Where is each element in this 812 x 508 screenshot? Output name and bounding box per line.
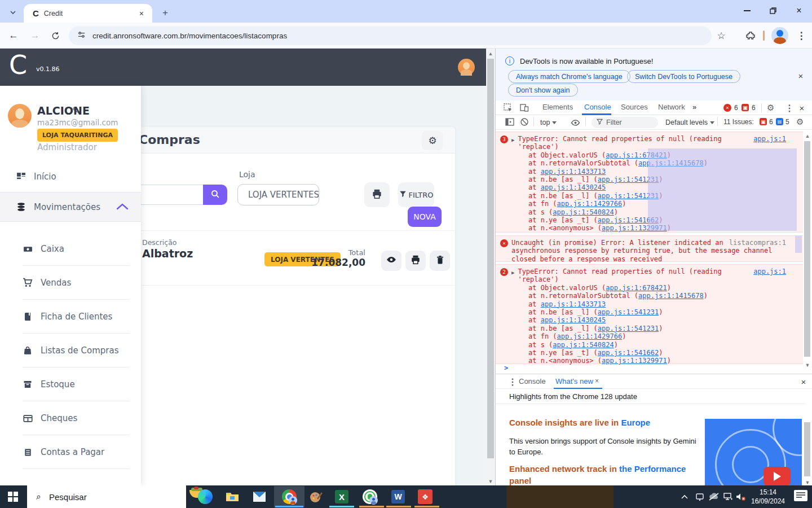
- page-settings-button[interactable]: ⚙: [422, 131, 443, 150]
- profile-avatar[interactable]: [771, 27, 788, 44]
- clear-console-icon[interactable]: [520, 117, 529, 129]
- inspect-element-icon[interactable]: [504, 103, 513, 115]
- new-tab-button[interactable]: +: [159, 7, 171, 19]
- reload-button[interactable]: [48, 29, 62, 42]
- expand-triangle-icon[interactable]: ▶: [511, 269, 514, 277]
- sidebar-item-listas-de-compras[interactable]: Listas de Compras: [23, 341, 135, 360]
- taskbar-redapp-icon[interactable]: ❖: [417, 489, 433, 505]
- taskbar-explorer-icon[interactable]: [224, 489, 240, 505]
- youtube-play-button[interactable]: [764, 467, 791, 485]
- extensions-icon[interactable]: [743, 28, 758, 43]
- devtools-close-icon[interactable]: ×: [796, 102, 807, 113]
- console-scrollbar-thumb[interactable]: [804, 141, 810, 357]
- console-filter-input[interactable]: Filter: [592, 117, 658, 128]
- console-error-icon[interactable]: ×: [723, 104, 731, 112]
- forward-button[interactable]: →: [28, 29, 42, 42]
- tab-sources[interactable]: Sources: [621, 103, 648, 111]
- stack-frame-link[interactable]: app.js:1:1429766: [557, 332, 623, 340]
- page-scrollbar-thumb[interactable]: [487, 59, 494, 458]
- sidebar-item-inicio[interactable]: Início: [16, 168, 129, 185]
- sidebar-item-cheques[interactable]: Cheques: [23, 409, 135, 428]
- window-restore-button[interactable]: [760, 0, 786, 21]
- store-select[interactable]: LOJA VERTENTES: [237, 184, 319, 205]
- sidebar-item-caixa[interactable]: Caixa: [23, 239, 135, 259]
- taskbar-word-icon[interactable]: W: [390, 489, 406, 505]
- app-user-avatar[interactable]: [458, 59, 475, 76]
- tab-close-icon[interactable]: ×: [136, 8, 147, 19]
- source-link[interactable]: app.js:1: [753, 268, 786, 275]
- drawer-close-icon[interactable]: ×: [798, 376, 809, 387]
- taskbar-clock[interactable]: 15:14 16/09/2024: [747, 488, 789, 506]
- tray-network-icon[interactable]: [722, 490, 734, 503]
- taskbar-chrome-icon[interactable]: [281, 489, 297, 505]
- filter-button[interactable]: FILTRO: [398, 182, 434, 207]
- tab-console[interactable]: Console: [584, 103, 611, 111]
- context-selector[interactable]: top: [540, 119, 557, 126]
- tab-network[interactable]: Network: [658, 103, 685, 111]
- search-button[interactable]: [203, 185, 227, 205]
- taskbar-paint-icon[interactable]: [308, 489, 324, 505]
- scroll-up-arrow[interactable]: ▲: [803, 132, 812, 140]
- live-expression-eye-icon[interactable]: [571, 118, 580, 130]
- start-button[interactable]: [8, 492, 18, 502]
- devtools-menu-icon[interactable]: ⋮: [785, 103, 794, 113]
- back-button[interactable]: ←: [7, 29, 20, 42]
- devtools-settings-icon[interactable]: ⚙: [767, 103, 774, 113]
- scroll-up-arrow[interactable]: ▲: [486, 50, 495, 58]
- print-row-button[interactable]: [405, 251, 426, 271]
- drawer-tab-close-icon[interactable]: ×: [595, 377, 599, 385]
- stack-frame-link[interactable]: app.js:1:1329971: [602, 357, 667, 365]
- taskbar-excel-icon[interactable]: X: [334, 489, 350, 505]
- infobar-close-icon[interactable]: ×: [795, 70, 806, 81]
- tray-volume-muted-icon[interactable]: [735, 490, 747, 503]
- view-row-button[interactable]: [381, 251, 401, 271]
- drawer-menu-icon[interactable]: ⋮: [508, 376, 517, 387]
- tab-search-icon[interactable]: [6, 5, 20, 20]
- taskbar-whatsapp-icon[interactable]: [362, 489, 378, 505]
- browser-tab[interactable]: C Credit ×: [24, 4, 152, 23]
- stack-frame-link[interactable]: app.js:1:1430245: [541, 316, 606, 324]
- stack-frame-link[interactable]: app.js:1:541662: [598, 349, 659, 357]
- tray-onedrive-paused-icon[interactable]: [708, 490, 720, 503]
- expand-triangle-icon[interactable]: ▶: [511, 136, 514, 144]
- edit-profile-icon[interactable]: ✎: [72, 105, 80, 116]
- drawer-tab-whats-new[interactable]: What's new: [555, 377, 593, 386]
- bookmark-star-icon[interactable]: ☆: [714, 28, 729, 43]
- sidebar-item-vendas[interactable]: Vendas: [23, 273, 135, 292]
- taskbar-mail-icon[interactable]: [251, 489, 267, 505]
- log-levels-selector[interactable]: Default levels: [665, 119, 714, 126]
- stack-frame-link[interactable]: app.js:1:678421: [606, 284, 667, 292]
- new-purchase-button[interactable]: NOVA: [408, 207, 442, 227]
- window-minimize-button[interactable]: [734, 0, 760, 21]
- stack-frame-link[interactable]: app.js:1:1429766: [557, 200, 623, 208]
- source-link[interactable]: app.js:1: [753, 135, 786, 143]
- match-language-button[interactable]: Always match Chrome's language: [508, 70, 630, 83]
- switch-portuguese-button[interactable]: Switch DevTools to Portuguese: [627, 70, 740, 83]
- console-sidebar-icon[interactable]: [505, 117, 514, 129]
- stack-frame-link[interactable]: app.js:1:1433713: [541, 300, 606, 308]
- tray-expand-icon[interactable]: [678, 490, 691, 503]
- device-toolbar-icon[interactable]: [520, 103, 529, 115]
- issues-label[interactable]: 11 Issues:: [723, 118, 754, 126]
- more-tabs-icon[interactable]: »: [692, 103, 696, 111]
- taskbar-edge-icon[interactable]: [197, 489, 213, 505]
- console-prompt-chevron[interactable]: >: [504, 364, 508, 372]
- stack-frame-link[interactable]: app.js:1:1415678: [638, 292, 704, 300]
- print-list-button[interactable]: [364, 182, 390, 207]
- stack-frame-link[interactable]: app.js:1:540824: [553, 341, 614, 349]
- whats-new-video-thumbnail[interactable]: [705, 419, 802, 485]
- delete-row-button[interactable]: [430, 251, 450, 271]
- tray-cast-icon[interactable]: [694, 490, 706, 503]
- issues-error-icon[interactable]: ▣: [742, 104, 749, 111]
- browser-menu-icon[interactable]: ⋮: [794, 28, 809, 43]
- stack-frame-link[interactable]: app.js:1:541231: [598, 325, 659, 332]
- sidebar-item-estoque[interactable]: Estoque: [23, 375, 135, 394]
- dont-show-again-button[interactable]: Don't show again: [508, 84, 578, 97]
- stack-frame-link[interactable]: app.js:1:1430245: [541, 183, 606, 191]
- whats-new-scrollbar-thumb[interactable]: [804, 422, 810, 476]
- sidebar-item-ficha-de-clientes[interactable]: Ficha de Clientes: [23, 307, 135, 326]
- sidebar-item-contas-a-pagar[interactable]: Contas a Pagar: [23, 443, 135, 462]
- chevron-up-icon[interactable]: [116, 203, 129, 213]
- scroll-down-arrow[interactable]: ▼: [486, 478, 495, 485]
- stack-frame-link[interactable]: app.js:1:1433713: [541, 168, 606, 176]
